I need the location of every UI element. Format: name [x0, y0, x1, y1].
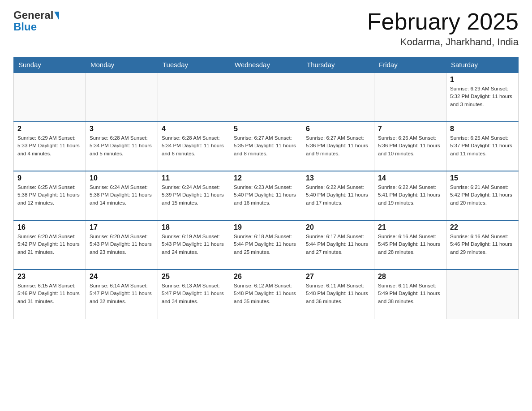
calendar-day-cell: 21Sunrise: 6:16 AM Sunset: 5:45 PM Dayli…: [374, 220, 446, 270]
day-number: 16: [17, 223, 82, 231]
day-info: Sunrise: 6:24 AM Sunset: 5:38 PM Dayligh…: [90, 184, 154, 207]
day-of-week-header: Tuesday: [158, 57, 230, 73]
calendar-day-cell: [230, 73, 302, 122]
day-info: Sunrise: 6:27 AM Sunset: 5:35 PM Dayligh…: [234, 134, 298, 158]
day-info: Sunrise: 6:18 AM Sunset: 5:44 PM Dayligh…: [234, 233, 298, 256]
day-number: 17: [90, 223, 154, 231]
calendar-day-cell: 14Sunrise: 6:22 AM Sunset: 5:41 PM Dayli…: [374, 171, 446, 220]
calendar-day-cell: 23Sunrise: 6:15 AM Sunset: 5:46 PM Dayli…: [14, 270, 86, 319]
calendar-day-cell: 6Sunrise: 6:27 AM Sunset: 5:36 PM Daylig…: [302, 122, 374, 171]
calendar-week-row: 1Sunrise: 6:29 AM Sunset: 5:32 PM Daylig…: [14, 73, 519, 122]
day-info: Sunrise: 6:29 AM Sunset: 5:33 PM Dayligh…: [17, 134, 82, 158]
calendar-header-row: SundayMondayTuesdayWednesdayThursdayFrid…: [14, 57, 519, 73]
calendar-day-cell: 18Sunrise: 6:19 AM Sunset: 5:43 PM Dayli…: [158, 220, 230, 270]
calendar-day-cell: 24Sunrise: 6:14 AM Sunset: 5:47 PM Dayli…: [86, 270, 158, 319]
day-info: Sunrise: 6:22 AM Sunset: 5:41 PM Dayligh…: [378, 184, 442, 207]
page-header: General Blue February 2025 Kodarma, Jhar…: [13, 9, 519, 48]
day-number: 2: [17, 125, 82, 133]
calendar-day-cell: [302, 73, 374, 122]
calendar-day-cell: [86, 73, 158, 122]
day-number: 14: [378, 174, 442, 182]
calendar-day-cell: 7Sunrise: 6:26 AM Sunset: 5:36 PM Daylig…: [374, 122, 446, 171]
calendar-day-cell: [374, 73, 446, 122]
day-info: Sunrise: 6:11 AM Sunset: 5:49 PM Dayligh…: [378, 282, 442, 305]
day-number: 24: [90, 273, 154, 281]
calendar-day-cell: 5Sunrise: 6:27 AM Sunset: 5:35 PM Daylig…: [230, 122, 302, 171]
calendar-day-cell: 17Sunrise: 6:20 AM Sunset: 5:43 PM Dayli…: [86, 220, 158, 270]
day-of-week-header: Sunday: [14, 57, 86, 73]
day-number: 8: [450, 125, 515, 133]
logo-blue-text: Blue: [13, 21, 37, 33]
day-info: Sunrise: 6:15 AM Sunset: 5:46 PM Dayligh…: [17, 282, 82, 305]
day-number: 3: [90, 125, 154, 133]
calendar-week-row: 9Sunrise: 6:25 AM Sunset: 5:38 PM Daylig…: [14, 171, 519, 220]
day-info: Sunrise: 6:20 AM Sunset: 5:42 PM Dayligh…: [17, 233, 82, 256]
day-info: Sunrise: 6:28 AM Sunset: 5:34 PM Dayligh…: [90, 134, 154, 158]
calendar-day-cell: 2Sunrise: 6:29 AM Sunset: 5:33 PM Daylig…: [14, 122, 86, 171]
day-info: Sunrise: 6:11 AM Sunset: 5:48 PM Dayligh…: [306, 282, 370, 305]
calendar-day-cell: 15Sunrise: 6:21 AM Sunset: 5:42 PM Dayli…: [446, 171, 519, 220]
calendar-day-cell: 25Sunrise: 6:13 AM Sunset: 5:47 PM Dayli…: [158, 270, 230, 319]
calendar-day-cell: 12Sunrise: 6:23 AM Sunset: 5:40 PM Dayli…: [230, 171, 302, 220]
day-number: 28: [378, 273, 442, 281]
calendar-day-cell: [446, 270, 519, 319]
day-info: Sunrise: 6:29 AM Sunset: 5:32 PM Dayligh…: [450, 85, 515, 108]
day-info: Sunrise: 6:13 AM Sunset: 5:47 PM Dayligh…: [162, 282, 226, 305]
day-info: Sunrise: 6:27 AM Sunset: 5:36 PM Dayligh…: [306, 134, 370, 158]
calendar-day-cell: 8Sunrise: 6:25 AM Sunset: 5:37 PM Daylig…: [446, 122, 519, 171]
day-number: 7: [378, 125, 442, 133]
day-info: Sunrise: 6:12 AM Sunset: 5:48 PM Dayligh…: [234, 282, 298, 305]
day-info: Sunrise: 6:19 AM Sunset: 5:43 PM Dayligh…: [162, 233, 226, 256]
calendar-week-row: 2Sunrise: 6:29 AM Sunset: 5:33 PM Daylig…: [14, 122, 519, 171]
calendar-day-cell: 28Sunrise: 6:11 AM Sunset: 5:49 PM Dayli…: [374, 270, 446, 319]
day-info: Sunrise: 6:14 AM Sunset: 5:47 PM Dayligh…: [90, 282, 154, 305]
day-of-week-header: Wednesday: [230, 57, 302, 73]
day-info: Sunrise: 6:20 AM Sunset: 5:43 PM Dayligh…: [90, 233, 154, 256]
calendar-week-row: 16Sunrise: 6:20 AM Sunset: 5:42 PM Dayli…: [14, 220, 519, 270]
calendar-day-cell: 4Sunrise: 6:28 AM Sunset: 5:34 PM Daylig…: [158, 122, 230, 171]
day-number: 1: [450, 76, 515, 84]
calendar-day-cell: 19Sunrise: 6:18 AM Sunset: 5:44 PM Dayli…: [230, 220, 302, 270]
calendar-day-cell: 20Sunrise: 6:17 AM Sunset: 5:44 PM Dayli…: [302, 220, 374, 270]
calendar-day-cell: 27Sunrise: 6:11 AM Sunset: 5:48 PM Dayli…: [302, 270, 374, 319]
day-number: 9: [17, 174, 82, 182]
day-info: Sunrise: 6:24 AM Sunset: 5:39 PM Dayligh…: [162, 184, 226, 207]
calendar-day-cell: 13Sunrise: 6:22 AM Sunset: 5:40 PM Dayli…: [302, 171, 374, 220]
calendar-day-cell: [14, 73, 86, 122]
day-number: 19: [234, 223, 298, 231]
day-number: 26: [234, 273, 298, 281]
day-number: 25: [162, 273, 226, 281]
title-section: February 2025 Kodarma, Jharkhand, India: [367, 9, 519, 48]
day-number: 13: [306, 174, 370, 182]
logo-arrow-icon: [54, 12, 59, 20]
calendar-day-cell: 26Sunrise: 6:12 AM Sunset: 5:48 PM Dayli…: [230, 270, 302, 319]
logo: General Blue: [13, 9, 59, 33]
day-info: Sunrise: 6:16 AM Sunset: 5:46 PM Dayligh…: [450, 233, 515, 256]
month-title: February 2025: [367, 9, 519, 34]
calendar-day-cell: 3Sunrise: 6:28 AM Sunset: 5:34 PM Daylig…: [86, 122, 158, 171]
day-number: 23: [17, 273, 82, 281]
day-number: 22: [450, 223, 515, 231]
day-number: 10: [90, 174, 154, 182]
logo-general-text: General: [13, 9, 53, 21]
calendar-day-cell: [158, 73, 230, 122]
day-of-week-header: Monday: [86, 57, 158, 73]
day-info: Sunrise: 6:21 AM Sunset: 5:42 PM Dayligh…: [450, 184, 515, 207]
calendar-day-cell: 9Sunrise: 6:25 AM Sunset: 5:38 PM Daylig…: [14, 171, 86, 220]
calendar-table: SundayMondayTuesdayWednesdayThursdayFrid…: [13, 57, 519, 319]
day-info: Sunrise: 6:25 AM Sunset: 5:37 PM Dayligh…: [450, 134, 515, 158]
day-number: 15: [450, 174, 515, 182]
calendar-day-cell: 22Sunrise: 6:16 AM Sunset: 5:46 PM Dayli…: [446, 220, 519, 270]
day-of-week-header: Saturday: [446, 57, 519, 73]
day-number: 4: [162, 125, 226, 133]
calendar-day-cell: 11Sunrise: 6:24 AM Sunset: 5:39 PM Dayli…: [158, 171, 230, 220]
day-info: Sunrise: 6:23 AM Sunset: 5:40 PM Dayligh…: [234, 184, 298, 207]
day-number: 12: [234, 174, 298, 182]
day-number: 27: [306, 273, 370, 281]
day-info: Sunrise: 6:26 AM Sunset: 5:36 PM Dayligh…: [378, 134, 442, 158]
day-number: 5: [234, 125, 298, 133]
day-info: Sunrise: 6:16 AM Sunset: 5:45 PM Dayligh…: [378, 233, 442, 256]
day-number: 11: [162, 174, 226, 182]
calendar-week-row: 23Sunrise: 6:15 AM Sunset: 5:46 PM Dayli…: [14, 270, 519, 319]
calendar-day-cell: 1Sunrise: 6:29 AM Sunset: 5:32 PM Daylig…: [446, 73, 519, 122]
